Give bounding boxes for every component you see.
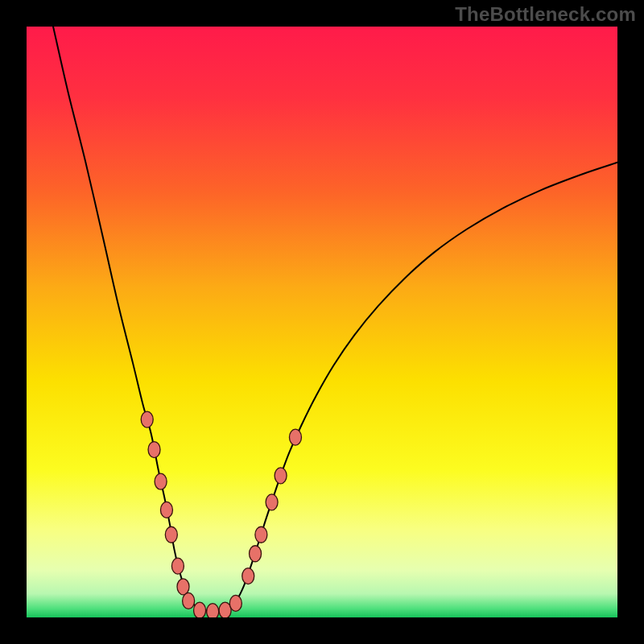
data-marker (183, 592, 195, 609)
data-marker (148, 442, 160, 458)
data-marker (289, 429, 301, 445)
gradient-background (27, 27, 617, 617)
data-marker (255, 526, 267, 543)
data-marker (155, 473, 167, 489)
data-marker (207, 604, 219, 617)
data-marker (242, 568, 254, 584)
data-marker (165, 526, 177, 543)
watermark-text: TheBottleneck.com (455, 3, 636, 26)
data-marker (141, 411, 153, 427)
data-marker (177, 579, 189, 595)
plot-area (27, 27, 617, 617)
data-marker (275, 468, 287, 484)
data-marker (266, 494, 278, 510)
plot-svg (27, 27, 617, 617)
data-marker (194, 602, 206, 617)
chart-frame: TheBottleneck.com (0, 0, 644, 644)
data-marker (171, 558, 184, 574)
data-marker (250, 546, 262, 562)
data-marker (229, 595, 242, 611)
data-marker (160, 502, 172, 518)
